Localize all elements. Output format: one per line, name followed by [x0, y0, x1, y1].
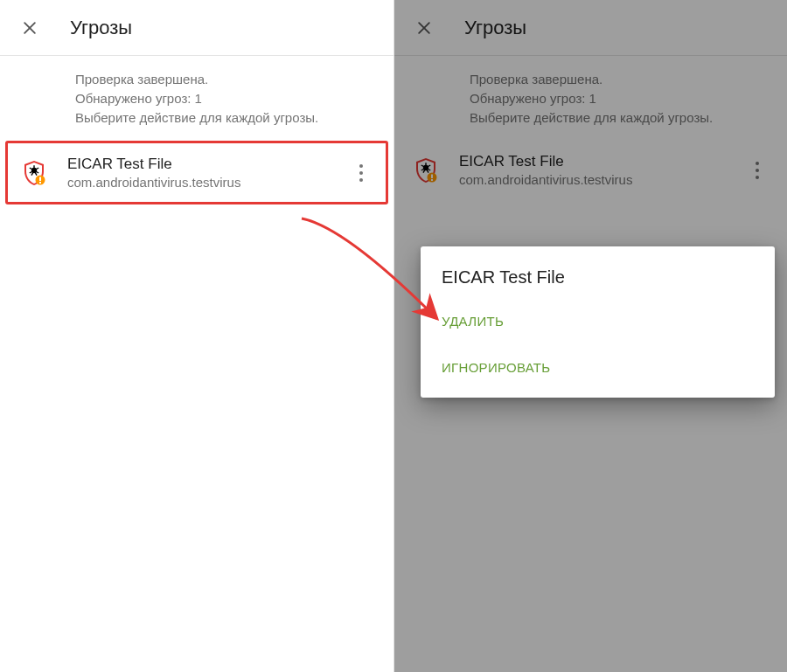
threat-actions-popup: EICAR Test File УДАЛИТЬ ИГНОРИРОВАТЬ	[421, 246, 775, 398]
threat-name: EICAR Test File	[459, 153, 745, 170]
threat-shield-icon	[412, 156, 440, 184]
summary-line: Проверка завершена.	[75, 70, 376, 89]
close-icon	[21, 19, 38, 37]
threat-package: com.androidantivirus.testvirus	[67, 175, 349, 190]
summary-line: Выберите действие для каждой угрозы.	[75, 108, 376, 128]
threat-text: EICAR Test File com.androidantivirus.tes…	[459, 153, 745, 187]
close-icon	[415, 19, 433, 37]
svg-rect-11	[39, 177, 41, 181]
header: Угрозы	[0, 0, 394, 56]
page-title: Угрозы	[464, 17, 526, 39]
threat-text: EICAR Test File com.androidantivirus.tes…	[67, 156, 349, 190]
dots-icon	[359, 164, 363, 168]
svg-rect-24	[431, 174, 433, 178]
svg-rect-25	[431, 179, 433, 181]
popup-title: EICAR Test File	[421, 267, 775, 298]
close-button[interactable]	[412, 16, 436, 40]
scan-summary: Проверка завершена. Обнаружено угроз: 1 …	[0, 56, 394, 141]
dots-icon	[756, 162, 759, 165]
threat-name: EICAR Test File	[67, 156, 349, 173]
ignore-action[interactable]: ИГНОРИРОВАТЬ	[421, 344, 775, 391]
threat-list-item[interactable]: EICAR Test File com.androidantivirus.tes…	[5, 141, 388, 204]
panel-after: Угрозы Проверка завершена. Обнаружено уг…	[394, 0, 787, 672]
svg-rect-12	[39, 182, 41, 184]
close-button[interactable]	[17, 16, 42, 40]
page-title: Угрозы	[70, 17, 132, 39]
summary-line: Выберите действие для каждой угрозы.	[470, 108, 770, 128]
more-options-button[interactable]	[349, 161, 373, 185]
summary-line: Проверка завершена.	[470, 70, 770, 89]
panel-before: Угрозы Проверка завершена. Обнаружено уг…	[0, 0, 394, 672]
summary-line: Обнаружено угроз: 1	[75, 89, 376, 108]
delete-action[interactable]: УДАЛИТЬ	[421, 298, 775, 344]
scan-summary: Проверка завершена. Обнаружено угроз: 1 …	[394, 56, 787, 141]
threat-shield-icon	[20, 159, 48, 187]
threat-package: com.androidantivirus.testvirus	[459, 172, 745, 187]
header: Угрозы	[394, 0, 787, 56]
summary-line: Обнаружено угроз: 1	[470, 89, 770, 108]
more-options-button[interactable]	[745, 158, 770, 183]
threat-list-item[interactable]: EICAR Test File com.androidantivirus.tes…	[400, 141, 782, 199]
